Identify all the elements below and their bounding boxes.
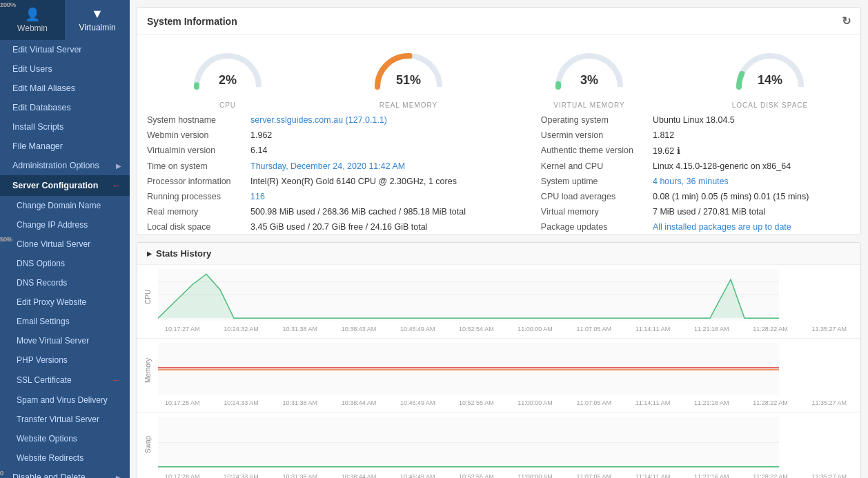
system-info-header: System Information ↻ [137,8,860,35]
info-label-right-4: System uptime [531,174,643,189]
x-label: 10:45:49 AM [400,399,435,406]
info-label-right-0: Operating system [531,112,643,128]
sidebar-item-edit-proxy-website[interactable]: Edit Proxy Website [0,292,130,312]
nav-label-administration-options: Administration Options [12,161,112,170]
svg-text:51%: 51% [396,73,421,87]
sidebar-item-transfer-virtual-server[interactable]: Transfer Virtual Server [0,410,130,429]
chart-x-labels-memory-chart: 10:17:28 AM10:24:33 AM10:31:38 AM10:38:4… [144,398,854,408]
info-row-4: Processor informationIntel(R) Xeon(R) Go… [137,174,860,189]
stats-history-header[interactable]: ▸ Stats History [137,243,860,265]
x-label: 10:31:38 AM [282,473,317,478]
sidebar-item-php-versions[interactable]: PHP Versions [0,350,130,370]
sidebar-item-file-manager[interactable]: File Manager [0,137,130,156]
info-row-3: Time on systemThursday, December 24, 202… [137,159,860,174]
info-value-left-6: 500.98 MiB used / 268.36 MiB cached / 98… [241,204,531,219]
sidebar-item-install-scripts[interactable]: Install Scripts [0,117,130,137]
nav-label-file-manager: File Manager [12,141,121,151]
chart-axis-label-cpu-chart: CPU [144,269,158,324]
gauge-svg-real-memory: 51% [364,42,453,97]
nav-label-install-scripts: Install Scripts [12,122,121,132]
sidebar-item-website-options[interactable]: Website Options [0,429,130,448]
nav-label-ssl-certificate: SSL Certificate [17,375,105,385]
nav-label-change-domain-name: Change Domain Name [17,201,121,210]
sidebar-item-server-configuration[interactable]: Server Configuration← [0,175,130,196]
gauge-cpu: 2% CPU [159,42,297,109]
sidebar-item-disable-and-delete[interactable]: Disable and Delete▶ [0,468,130,478]
x-label: 11:21:16 AM [694,326,729,332]
nav-label-email-settings-sub: Email Settings [17,317,121,326]
info-label-right-1: Usermin version [531,128,643,143]
webmin-label: Webmin [17,23,48,33]
gauge-label-virtual-memory: VIRTUAL MEMORY [553,101,624,109]
chart-svg-memory-chart [158,343,779,395]
sidebar-item-dns-records[interactable]: DNS Records [0,273,130,292]
info-label-right-3: Kernel and CPU [531,159,643,174]
x-label: 10:31:38 AM [282,326,317,332]
info-link-left-0[interactable]: server.sslguides.com.au (127.0.1.1) [250,115,387,125]
info-label-left-2: Virtualmin version [137,143,241,159]
x-label: 11:07:05 AM [577,399,612,406]
chart-left-memory-chart: 100%50%0 [158,343,779,398]
x-label: 10:45:49 AM [400,473,435,478]
info-label-right-5: CPU load averages [531,189,643,204]
info-link-left-3[interactable]: Thursday, December 24, 2020 11:42 AM [250,161,405,171]
info-value-right-4: 4 hours, 36 minutes [643,174,860,189]
sidebar-header: 👤 Webmin ▼ Virtualmin [0,0,130,40]
gauge-virtual-memory: 3% VIRTUAL MEMORY [520,42,658,109]
sidebar-item-change-domain-name[interactable]: Change Domain Name [0,196,130,215]
chart-axis-label-swap-chart: Swap [144,417,158,472]
gauge-local-disk-space: 14% LOCAL DISK SPACE [701,42,839,109]
sidebar-item-change-ip-address[interactable]: Change IP Address [0,215,130,235]
sidebar-item-clone-virtual-server[interactable]: Clone Virtual Server [0,235,130,254]
virtualmin-tab[interactable]: ▼ Virtualmin [65,0,130,40]
nav-label-dns-options: DNS Options [17,259,121,268]
sidebar-item-website-redirects[interactable]: Website Redirects [0,448,130,468]
sidebar-item-dns-options[interactable]: DNS Options [0,254,130,273]
x-label: 10:17:28 AM [165,399,200,406]
sidebar-nav: Edit Virtual ServerEdit UsersEdit Mail A… [0,40,130,478]
red-arrow-ssl-certificate: ← [112,375,121,386]
x-label: 11:07:05 AM [577,326,612,332]
x-label: 11:35:27 AM [811,399,847,406]
info-value-right-7: All installed packages are up to date [643,219,860,235]
refresh-icon[interactable]: ↻ [842,14,851,28]
chart-area-swap-chart [158,417,779,468]
svg-text:2%: 2% [219,73,237,87]
info-row-1: Webmin version1.962Usermin version1.812 [137,128,860,143]
sidebar-item-administration-options[interactable]: Administration Options▶ [0,156,130,175]
svg-text:14%: 14% [758,73,782,87]
info-link-right-7[interactable]: All installed packages are up to date [653,222,791,232]
sidebar-item-ssl-certificate[interactable]: SSL Certificate← [0,370,130,390]
sidebar-item-edit-databases[interactable]: Edit Databases [0,98,130,117]
sidebar-item-move-virtual-server[interactable]: Move Virtual Server [0,331,130,350]
sidebar-item-edit-users[interactable]: Edit Users [0,59,130,79]
info-table: System hostnameserver.sslguides.com.au (… [137,112,860,235]
info-link-right-4[interactable]: 4 hours, 36 minutes [653,177,729,186]
x-label: 10:38:43 AM [342,326,377,332]
sidebar-item-email-settings-sub[interactable]: Email Settings [0,312,130,331]
info-value-left-4: Intel(R) Xeon(R) Gold 6140 CPU @ 2.30GHz… [241,174,531,189]
info-value-right-6: 7 MiB used / 270.81 MiB total [643,204,860,219]
sidebar-item-spam-virus-delivery[interactable]: Spam and Virus Delivery [0,390,130,410]
info-value-right-2: 19.62 ℹ [643,143,860,159]
stats-history-title: Stats History [156,248,211,259]
gauge-svg-virtual-memory: 3% [544,42,634,97]
x-label: 10:24:33 AM [224,399,259,406]
info-label-left-5: Running processes [137,189,241,204]
nav-label-spam-virus-delivery: Spam and Virus Delivery [17,395,121,405]
info-label-left-4: Processor information [137,174,241,189]
chart-container-cpu-chart: CPU100%50%0 10:17:27 AM10:24:32 AM10:31:… [137,265,860,339]
nav-label-edit-virtual-server: Edit Virtual Server [12,45,121,54]
x-label: 11:14:11 AM [635,473,671,478]
info-link-left-5[interactable]: 116 [250,192,265,201]
chart-x-labels-swap-chart: 10:17:28 AM10:24:33 AM10:31:38 AM10:38:4… [144,472,854,478]
sidebar-item-edit-mail-aliases[interactable]: Edit Mail Aliases [0,79,130,98]
x-label: 11:00:00 AM [517,326,553,332]
x-label: 11:28:22 AM [753,326,788,332]
virtualmin-icon: ▼ [68,7,126,21]
system-info-title: System Information [147,16,237,27]
chart-row-memory-chart: Memory100%50%0 [144,343,854,398]
x-label: 11:14:11 AM [635,399,671,406]
x-label: 11:00:00 AM [517,473,553,478]
sidebar-item-edit-virtual-server[interactable]: Edit Virtual Server [0,40,130,59]
